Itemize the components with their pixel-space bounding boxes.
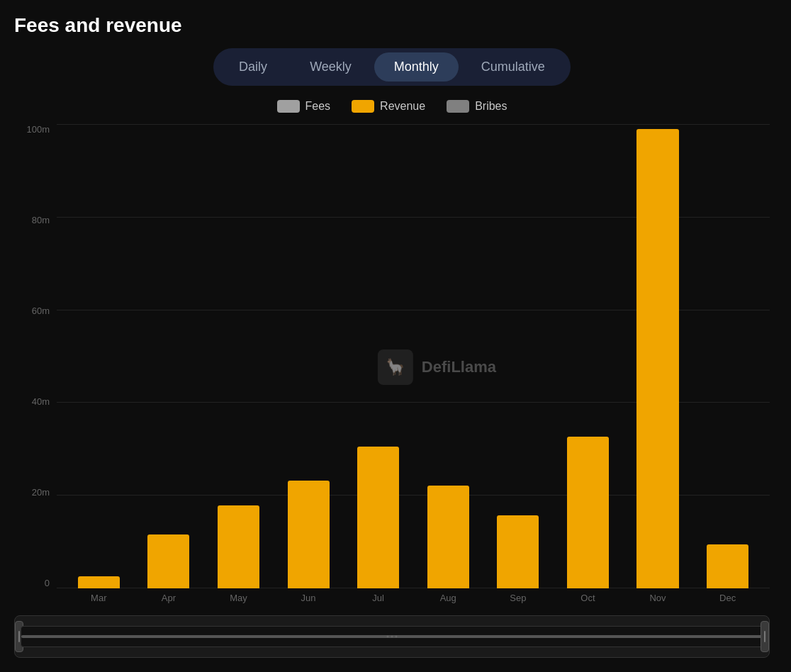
bar-apr[interactable] — [147, 534, 189, 588]
handle-grip-left — [18, 631, 20, 642]
x-label-nov: Nov — [623, 588, 693, 610]
scroll-dots — [387, 636, 398, 638]
handle-grip-right — [764, 631, 765, 642]
y-label-60m: 60m — [32, 306, 50, 316]
legend-bribes: Bribes — [447, 100, 507, 113]
tab-group: Daily Weekly Monthly Cumulative — [213, 48, 571, 86]
bar-group — [134, 124, 204, 588]
x-label-jul: Jul — [343, 588, 413, 610]
revenue-swatch — [352, 100, 374, 113]
bar-group — [553, 124, 623, 588]
page-title: Fees and revenue — [14, 14, 770, 37]
y-label-0: 0 — [45, 578, 50, 588]
page-container: Fees and revenue Daily Weekly Monthly Cu… — [0, 0, 791, 672]
tab-monthly[interactable]: Monthly — [374, 52, 459, 82]
chart-wrapper: 100m 80m 60m 40m 20m 0 — [14, 124, 770, 610]
watermark-text: DefiLlama — [422, 358, 496, 376]
watermark: 🦙 DefiLlama — [378, 349, 496, 385]
bar-nov[interactable] — [636, 129, 678, 588]
x-axis: MarAprMayJunJulAugSepOctNovDec — [57, 588, 770, 610]
tab-weekly[interactable]: Weekly — [290, 52, 371, 82]
bar-sep[interactable] — [497, 515, 539, 588]
bar-group — [623, 124, 693, 588]
scroll-dot-1 — [387, 636, 389, 638]
x-label-oct: Oct — [553, 588, 623, 610]
x-label-jun: Jun — [274, 588, 344, 610]
scrollbar-handle-right[interactable] — [761, 621, 769, 652]
x-label-mar: Mar — [64, 588, 134, 610]
bar-jun[interactable] — [288, 481, 330, 588]
bribes-label: Bribes — [475, 100, 507, 113]
x-label-sep: Sep — [483, 588, 554, 610]
bar-dec[interactable] — [707, 544, 748, 588]
fees-swatch — [277, 100, 300, 113]
x-label-aug: Aug — [413, 588, 483, 610]
tab-daily[interactable]: Daily — [219, 52, 287, 82]
y-label-100m: 100m — [26, 124, 50, 135]
scrollbar-track[interactable] — [21, 626, 763, 647]
x-label-apr: Apr — [134, 588, 204, 610]
bar-aug[interactable] — [427, 486, 469, 588]
bribes-swatch — [447, 100, 469, 113]
y-label-20m: 20m — [32, 487, 50, 498]
bar-group — [692, 124, 763, 588]
bar-jul[interactable] — [357, 447, 399, 588]
legend-revenue: Revenue — [352, 100, 425, 113]
y-label-80m: 80m — [32, 215, 50, 225]
revenue-label: Revenue — [380, 100, 425, 113]
x-label-dec: Dec — [692, 588, 763, 610]
chart-area: Fees Revenue Bribes 100m 80m 60m 40m 20m… — [14, 100, 770, 658]
y-axis: 100m 80m 60m 40m 20m 0 — [14, 124, 57, 610]
legend: Fees Revenue Bribes — [14, 100, 770, 113]
scroll-dot-2 — [391, 636, 393, 638]
bar-group — [274, 124, 344, 588]
bar-may[interactable] — [218, 505, 259, 588]
scroll-dot-3 — [396, 636, 398, 638]
fees-label: Fees — [305, 100, 331, 113]
chart-inner: 🦙 DefiLlama MarAprMayJunJulAugSepOctNovD… — [57, 124, 770, 610]
tab-bar: Daily Weekly Monthly Cumulative — [14, 48, 770, 86]
bar-mar[interactable] — [78, 576, 120, 588]
y-label-40m: 40m — [32, 396, 50, 407]
tab-cumulative[interactable]: Cumulative — [461, 52, 565, 82]
bar-oct[interactable] — [567, 437, 609, 588]
bar-group — [203, 124, 274, 588]
scrollbar-area[interactable] — [14, 615, 770, 658]
x-label-may: May — [203, 588, 274, 610]
bar-group — [64, 124, 134, 588]
watermark-logo: 🦙 — [378, 349, 413, 385]
legend-fees: Fees — [277, 100, 331, 113]
